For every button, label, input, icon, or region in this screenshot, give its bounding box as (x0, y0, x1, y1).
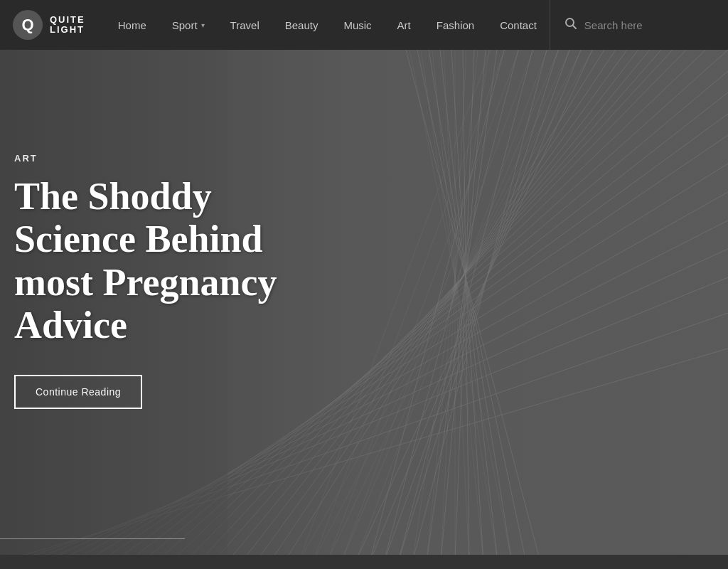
nav-music[interactable]: Music (331, 0, 384, 50)
nav-art[interactable]: Art (385, 0, 424, 50)
svg-line-58 (572, 25, 576, 28)
search-area (550, 0, 728, 50)
hero-category: ART (14, 153, 714, 164)
sport-dropdown-chevron: ▾ (201, 21, 205, 29)
continue-reading-button[interactable]: Continue Reading (14, 375, 142, 409)
nav-beauty[interactable]: Beauty (272, 0, 331, 50)
bottom-divider (0, 538, 185, 539)
nav-home[interactable]: Home (105, 0, 159, 50)
search-input[interactable] (584, 19, 719, 31)
hero-title: The Shoddy Science Behind most Pregnancy… (14, 175, 313, 347)
hero-section: ART The Shoddy Science Behind most Pregn… (0, 0, 728, 555)
logo-icon: Q (13, 10, 43, 40)
nav-sport[interactable]: Sport ▾ (159, 0, 218, 50)
search-icon (564, 17, 577, 33)
logo-link[interactable]: Q QUITE LIGHT (0, 10, 98, 40)
nav-contact[interactable]: Contact (487, 0, 550, 50)
nav-links: Home Sport ▾ Travel Beauty Music Art Fas… (98, 0, 550, 50)
nav-travel[interactable]: Travel (218, 0, 272, 50)
hero-content: ART The Shoddy Science Behind most Pregn… (0, 50, 728, 555)
logo-text: QUITE LIGHT (50, 15, 85, 36)
navbar: Q QUITE LIGHT Home Sport ▾ Travel Beauty… (0, 0, 728, 50)
nav-fashion[interactable]: Fashion (424, 0, 487, 50)
